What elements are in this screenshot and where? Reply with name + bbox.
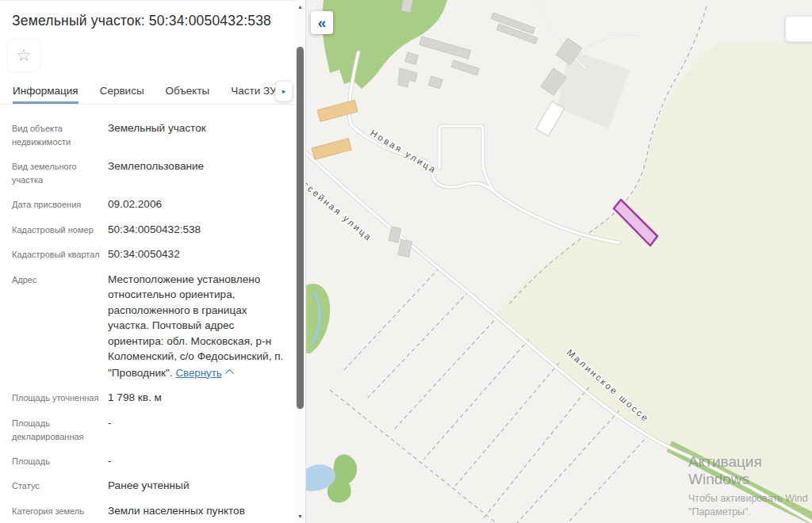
field-label: Кадастровый номер	[12, 222, 101, 238]
scrollbar-thumb[interactable]	[297, 47, 304, 409]
chevron-right-icon: ▸	[282, 87, 286, 95]
parcel-info-panel: Земельный участок: 50:34:0050432:538 ☆ И…	[0, 0, 295, 523]
field-label: Вид объекта недвижимости	[12, 120, 101, 149]
field-label: Дата присвоения	[12, 197, 101, 212]
field-area: Площадь -	[12, 453, 290, 469]
field-label: Площадь декларированная	[12, 415, 101, 444]
attribute-list: Вид объекта недвижимости Земельный участ…	[0, 105, 295, 523]
green-patch	[306, 284, 330, 353]
cadastral-map-app: Земельный участок: 50:34:0050432:538 ☆ И…	[0, 0, 812, 523]
chevron-up-icon	[225, 369, 234, 378]
field-label: Площадь уточненная	[12, 390, 101, 406]
address-text: Местоположение установлено относительно …	[108, 273, 283, 379]
field-cadastral-quarter: Кадастровый квартал 50:34:0050432	[12, 246, 290, 262]
field-value: 09.02.2006	[108, 197, 289, 212]
panel-scrollbar[interactable]: ▲ ▼	[295, 0, 305, 523]
field-address: Адрес Местоположение установлено относит…	[12, 272, 290, 381]
field-status: Статус Ранее учтенный	[12, 478, 290, 494]
map-canvas[interactable]: Новая улица Шоссейная улица Малинское шо…	[306, 0, 812, 523]
field-value: -	[108, 453, 289, 469]
tab-information[interactable]: Информация	[13, 85, 79, 104]
field-label: Вид земельного участка	[12, 158, 101, 187]
field-cadastral-number: Кадастровый номер 50:34:0050432:538	[12, 222, 290, 238]
field-assign-date: Дата присвоения 09.02.2006	[12, 197, 290, 212]
star-icon: ☆	[17, 46, 32, 64]
field-land-category: Категория земель Земли населенных пункто…	[12, 503, 290, 519]
field-label: Площадь	[12, 453, 101, 469]
field-object-kind: Вид объекта недвижимости Земельный участ…	[12, 120, 290, 149]
field-value: Земли населенных пунктов	[108, 503, 289, 519]
field-value: 50:34:0050432:538	[108, 222, 289, 238]
tab-objects[interactable]: Объекты	[166, 85, 210, 104]
collapse-panel-button[interactable]: «	[311, 11, 333, 34]
favorite-button[interactable]: ☆	[8, 40, 40, 71]
field-area-declared: Площадь декларированная -	[12, 415, 290, 444]
field-value: Землепользование	[108, 158, 289, 187]
street-label-novaya: Новая улица	[369, 128, 439, 175]
field-value: Земельный участок	[108, 120, 289, 149]
page-title: Земельный участок: 50:34:0050432:538	[0, 1, 295, 29]
tabs-scroll-right-button[interactable]: ▸	[275, 81, 293, 101]
field-value: 50:34:0050432	[108, 246, 289, 262]
collapse-address-link[interactable]: Свернуть	[175, 365, 233, 381]
field-parcel-kind: Вид земельного участка Землепользование	[12, 158, 290, 187]
tab-parts[interactable]: Части ЗУ	[231, 85, 276, 104]
map-control-button[interactable]	[785, 16, 812, 42]
field-label: Кадастровый квартал	[12, 246, 101, 262]
field-label: Статус	[12, 478, 101, 494]
scroll-up-arrow-icon[interactable]: ▲	[295, 4, 305, 10]
field-value: Ранее учтенный	[108, 478, 289, 494]
field-label: Категория земель	[12, 503, 101, 519]
field-area-refined: Площадь уточненная 1 798 кв. м	[12, 390, 290, 406]
tab-services[interactable]: Сервисы	[100, 85, 144, 104]
field-label: Адрес	[12, 272, 101, 381]
tab-bar: Информация Сервисы Объекты Части ЗУ Сост…	[0, 81, 295, 105]
field-value: Местоположение установлено относительно …	[108, 272, 289, 381]
map-viewport[interactable]: Новая улица Шоссейная улица Малинское шо…	[305, 0, 812, 523]
field-value: -	[108, 415, 289, 444]
scroll-down-arrow-icon[interactable]: ▼	[295, 513, 305, 519]
field-value: 1 798 кв. м	[108, 390, 289, 406]
double-chevron-left-icon: «	[318, 14, 327, 31]
